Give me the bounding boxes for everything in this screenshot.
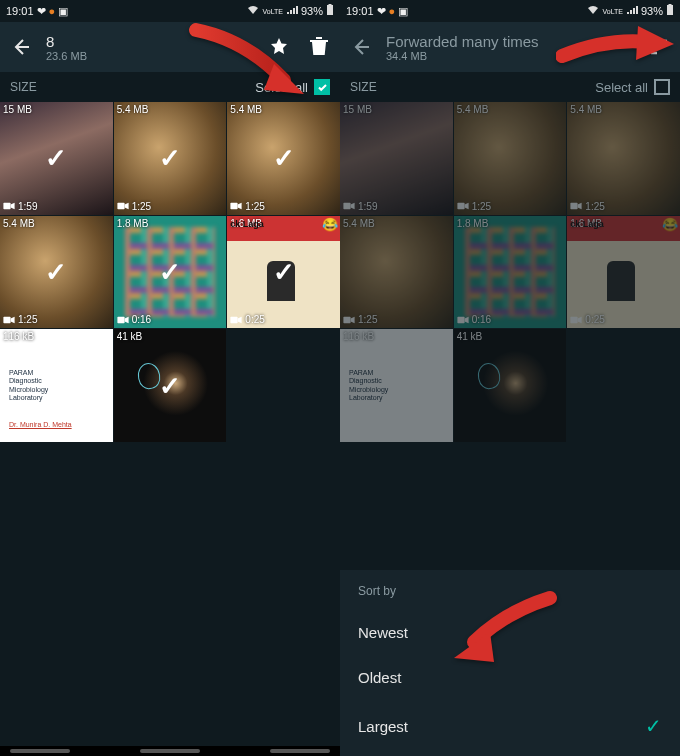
filter-row: SIZE Select all — [0, 72, 340, 102]
media-thumb[interactable]: 15 MB1:59 — [340, 102, 453, 215]
emoji-icon: 😂 — [662, 217, 678, 232]
size-badge: 1.8 MB — [457, 218, 489, 229]
svg-rect-8 — [667, 5, 673, 15]
duration: 1:25 — [18, 314, 37, 325]
selected-check-icon: ✓ — [273, 257, 295, 288]
volte-label: VoLTE — [262, 8, 283, 15]
duration-row: 1:59 — [3, 201, 37, 212]
duration-row: 1:25 — [117, 201, 151, 212]
size-badge: 116 kB — [3, 331, 34, 342]
select-all-checkbox[interactable] — [654, 79, 670, 95]
heart-icon: ❤ — [37, 5, 46, 18]
size-badge: 5.4 MB — [230, 104, 262, 115]
sort-icon[interactable] — [648, 36, 670, 58]
sort-sheet: Sort by Newest Oldest Largest ✓ — [340, 570, 680, 756]
size-badge: 5.4 MB — [457, 104, 489, 115]
media-thumb[interactable]: 116 kB✓ — [0, 329, 113, 442]
svg-rect-7 — [231, 317, 238, 323]
duration: 1:25 — [358, 314, 377, 325]
select-all-label: Select all — [595, 80, 648, 95]
media-thumb[interactable]: 15 MB1:59✓ — [0, 102, 113, 215]
size-label: SIZE — [350, 80, 377, 94]
size-label: SIZE — [10, 80, 37, 94]
size-badge: 116 kB — [343, 331, 374, 342]
svg-rect-3 — [117, 203, 124, 209]
svg-rect-2 — [3, 203, 10, 209]
selected-check-icon: ✓ — [273, 143, 295, 174]
duration: 1:25 — [132, 201, 151, 212]
size-badge: 15 MB — [3, 104, 32, 115]
status-time: 19:01 — [346, 5, 374, 17]
right-pane: 19:01 ❤ ● ▣ VoLTE 93% Forwarded many tim… — [340, 0, 680, 756]
svg-rect-10 — [343, 203, 350, 209]
sort-option-oldest[interactable]: Oldest — [358, 655, 662, 700]
app-dot-icon: ● — [49, 5, 56, 17]
nav-bar — [0, 746, 340, 756]
media-thumb[interactable]: 5.4 MB1:25✓ — [227, 102, 340, 215]
meme-text: ck Laga — [570, 219, 677, 229]
svg-rect-15 — [571, 317, 578, 323]
back-icon[interactable] — [10, 36, 32, 58]
svg-rect-9 — [669, 4, 672, 6]
size-badge: 1.8 MB — [117, 218, 149, 229]
sort-option-largest[interactable]: Largest ✓ — [358, 700, 662, 752]
star-icon[interactable] — [268, 36, 290, 58]
size-badge: 41 kB — [457, 331, 483, 342]
media-thumb[interactable]: 41 kB — [454, 329, 567, 442]
media-thumb[interactable]: 41 kB✓ — [114, 329, 227, 442]
back-icon[interactable] — [350, 36, 372, 58]
select-all-label: Select all — [255, 80, 308, 95]
svg-rect-12 — [571, 203, 578, 209]
heart-icon: ❤ — [377, 5, 386, 18]
media-thumb[interactable]: 5.4 MB1:25 — [567, 102, 680, 215]
status-bar: 19:01 ❤ ● ▣ VoLTE 93% — [0, 0, 340, 22]
header-title: Forwarded many times — [386, 33, 634, 50]
check-icon: ✓ — [645, 714, 662, 738]
select-all-button[interactable]: Select all — [255, 79, 330, 95]
wifi-icon — [247, 5, 259, 17]
battery-icon — [326, 4, 334, 18]
svg-rect-13 — [343, 317, 350, 323]
svg-rect-6 — [117, 317, 124, 323]
select-all-checkbox[interactable] — [314, 79, 330, 95]
svg-rect-11 — [457, 203, 464, 209]
media-thumb[interactable]: 116 kB — [340, 329, 453, 442]
size-badge: 5.4 MB — [117, 104, 149, 115]
signal-icon — [626, 5, 638, 17]
media-thumb[interactable]: 5.4 MB1:25✓ — [114, 102, 227, 215]
media-thumb[interactable]: 1.8 MB0:16✓ — [114, 216, 227, 329]
duration: 0:25 — [245, 314, 264, 325]
media-thumb[interactable]: 5.4 MB1:25 — [340, 216, 453, 329]
selected-check-icon: ✓ — [159, 370, 181, 401]
wifi-icon — [587, 5, 599, 17]
duration: 0:16 — [132, 314, 151, 325]
media-thumb[interactable]: 1.6 MB0:25ck Laga😂 — [567, 216, 680, 329]
sort-option-label: Largest — [358, 718, 408, 735]
duration-row: 1:25 — [343, 314, 377, 325]
header-title: 8 — [46, 33, 254, 50]
duration-row: 1:25 — [230, 201, 264, 212]
svg-rect-5 — [3, 317, 10, 323]
meme-text: ck Laga — [230, 219, 337, 229]
selected-check-icon: ✓ — [159, 257, 181, 288]
filter-row: SIZE Select all — [340, 72, 680, 102]
media-thumb[interactable]: 5.4 MB1:25 — [454, 102, 567, 215]
size-badge: 5.4 MB — [3, 218, 35, 229]
delete-icon[interactable] — [308, 36, 330, 58]
size-badge: 5.4 MB — [570, 104, 602, 115]
size-badge: 41 kB — [117, 331, 143, 342]
media-thumb[interactable]: 5.4 MB1:25✓ — [0, 216, 113, 329]
media-thumb[interactable]: 1.6 MB0:25ck Laga😂✓ — [227, 216, 340, 329]
media-thumb[interactable]: 1.8 MB0:16 — [454, 216, 567, 329]
duration: 1:25 — [585, 201, 604, 212]
sort-option-newest[interactable]: Newest — [358, 610, 662, 655]
selected-check-icon: ✓ — [45, 370, 67, 401]
signal-icon — [286, 5, 298, 17]
duration-row: 1:59 — [343, 201, 377, 212]
battery-pct: 93% — [301, 5, 323, 17]
duration-row: 1:25 — [570, 201, 604, 212]
header-subtitle: 34.4 MB — [386, 50, 634, 62]
select-all-button[interactable]: Select all — [595, 79, 670, 95]
size-badge: 1.6 MB — [570, 218, 602, 229]
duration-row: 0:25 — [230, 314, 264, 325]
